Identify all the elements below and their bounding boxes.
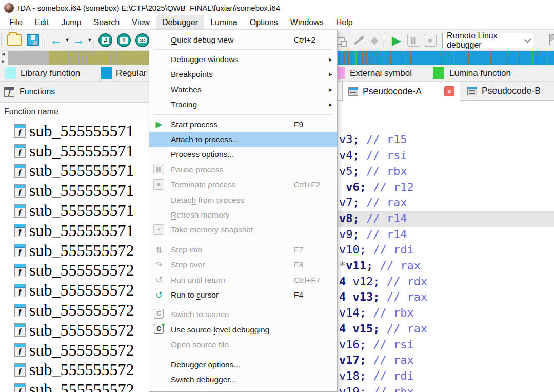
menubar-item[interactable]: Search <box>88 15 126 29</box>
menu-item[interactable] <box>153 114 333 115</box>
function-row[interactable]: sub_555555572 <box>0 261 149 281</box>
flag-icon[interactable] <box>545 34 554 46</box>
navband-right-icon[interactable]: ▶ <box>2 58 8 65</box>
menu-item[interactable]: Quick debug view Ctrl+2 <box>149 32 337 47</box>
menu-item[interactable]: Watches ▶ <box>149 82 337 97</box>
menubar-item[interactable]: Edit <box>29 15 55 29</box>
pseudocode-view[interactable]: v3; // r15v4; // rsiv5; // rbx v6; // r1… <box>338 101 554 392</box>
hash-view-icon[interactable] <box>98 33 112 47</box>
pseudocode-line[interactable]: v9; // r14 <box>339 227 554 243</box>
menubar-item[interactable]: Jump <box>55 15 87 29</box>
function-row[interactable]: sub_555555571 <box>0 181 149 201</box>
pseudocode-line[interactable]: v5; // rbx <box>339 164 554 180</box>
save-file-icon[interactable] <box>27 34 39 46</box>
binary-view-icon[interactable] <box>135 33 149 47</box>
menu-item-icon <box>153 374 165 386</box>
pseudocode-line[interactable]: v6; // r12 <box>339 180 554 195</box>
pseudocode-line[interactable]: v3; // r15 <box>339 132 554 148</box>
function-row[interactable]: sub_555555571 <box>0 221 149 241</box>
tab-pseudocode-a[interactable]: Pseudocode-A × <box>343 82 460 101</box>
function-row[interactable]: sub_555555571 <box>0 161 149 181</box>
menu-item[interactable] <box>153 355 333 355</box>
open-file-icon[interactable] <box>7 34 22 46</box>
pseudocode-line[interactable]: v16; // rsi <box>339 337 554 353</box>
menu-item[interactable]: Switch to source <box>149 307 337 322</box>
function-icon <box>14 323 26 337</box>
menu-item[interactable]: Switch debugger... <box>149 372 337 387</box>
menu-item[interactable]: Step into F7 <box>149 242 337 257</box>
pseudocode-line[interactable]: v8; // r14 <box>338 211 554 227</box>
menu-item[interactable] <box>153 305 333 305</box>
edit-icon[interactable] <box>352 36 364 46</box>
functions-panel-header[interactable]: Functions <box>0 82 149 103</box>
debugger-select[interactable]: Remote Linux debugger <box>442 33 533 48</box>
function-row[interactable]: sub_555555572 <box>0 320 149 340</box>
menu-item[interactable]: Open source file... <box>149 337 337 352</box>
forward-dropdown-icon[interactable]: ▼ <box>87 36 92 44</box>
pseudocode-line[interactable]: v14; // rbx <box>339 305 554 321</box>
menubar-item[interactable]: File <box>3 15 29 29</box>
pseudocode-line[interactable]: 4 v13; // rax <box>339 289 554 305</box>
function-row[interactable]: sub_555555572 <box>0 380 149 392</box>
function-row[interactable]: sub_555555571 <box>0 121 149 141</box>
menubar-item[interactable]: Debugger <box>156 15 204 29</box>
pseudocode-line[interactable]: v10; // rdi <box>339 242 554 258</box>
toolbar-separator <box>94 33 95 48</box>
menubar-item[interactable]: View <box>126 15 156 29</box>
menu-item[interactable]: Breakpoints ▶ <box>149 67 337 82</box>
navband-left-icon[interactable]: ◀ <box>2 51 8 57</box>
function-row[interactable]: sub_555555571 <box>0 141 149 161</box>
back-arrow-icon[interactable]: ← <box>49 33 63 47</box>
menu-item[interactable]: Attach to process... <box>149 132 337 147</box>
start-process-icon[interactable]: ▶ <box>390 33 403 47</box>
function-row[interactable]: sub_555555572 <box>0 340 149 360</box>
navband-arrows[interactable]: ◀▶ <box>2 51 8 65</box>
function-row[interactable]: sub_555555572 <box>0 300 149 320</box>
legend-color-swatch <box>433 67 444 79</box>
menubar-item[interactable]: Help <box>330 15 359 29</box>
tab-partial[interactable] <box>338 82 343 100</box>
menu-item[interactable] <box>153 240 333 240</box>
pseudocode-line[interactable]: v18; // rdi <box>339 368 554 384</box>
menu-item[interactable]: Pause process <box>149 162 337 177</box>
toolbar-drag-handle[interactable] <box>1 33 4 47</box>
pause-process-icon[interactable]: ▌▌ <box>407 34 420 47</box>
stop-process-icon[interactable]: ■ <box>424 34 437 47</box>
menu-item[interactable] <box>153 49 333 50</box>
menubar-item[interactable]: Windows <box>284 15 330 29</box>
diamond-icon[interactable]: ◆ <box>368 34 381 46</box>
pseudocode-line[interactable]: v4; // rsi <box>339 148 554 164</box>
back-dropdown-icon[interactable]: ▼ <box>65 36 70 44</box>
pseudocode-line[interactable]: v7; // rax <box>339 195 554 211</box>
menu-item[interactable]: Tracing ▶ <box>149 97 337 112</box>
menu-item[interactable]: Start process F9 <box>149 117 337 132</box>
tab-pseudocode-b[interactable]: Pseudocode-B <box>462 82 554 101</box>
menu-item[interactable]: Detach from process <box>149 192 337 207</box>
text-view-icon[interactable] <box>117 33 131 47</box>
menu-item[interactable]: Terminate process Ctrl+F2 <box>149 178 337 192</box>
pseudocode-line[interactable]: 4 v15; // rax <box>339 321 554 337</box>
function-row[interactable]: sub_555555572 <box>0 360 149 380</box>
function-row[interactable]: sub_555555572 <box>0 241 149 261</box>
menu-item[interactable]: Step over F8 <box>149 257 337 272</box>
menu-item[interactable]: Run until return Ctrl+F7 <box>149 272 337 287</box>
function-row[interactable]: sub_555555571 <box>0 201 149 221</box>
menu-item[interactable]: Debugger windows ▶ <box>149 52 337 67</box>
function-row[interactable]: sub_555555572 <box>0 280 149 300</box>
pseudocode-line[interactable]: v17; // rax <box>339 352 554 368</box>
menu-item[interactable]: Take memory snapshot <box>149 223 337 238</box>
code-variable: v7; <box>339 196 360 209</box>
menu-item[interactable]: Refresh memory <box>149 207 337 222</box>
menubar-item[interactable]: Lumina <box>204 15 244 29</box>
pseudocode-line[interactable]: 4 v12; // rdx <box>339 274 554 290</box>
forward-arrow-icon[interactable]: → <box>72 33 85 47</box>
menu-item[interactable]: Process options... <box>149 147 337 162</box>
menu-item[interactable]: Run to cursor F4 <box>149 287 337 302</box>
menu-item[interactable]: Debugger options... <box>149 357 337 372</box>
function-name-column-header[interactable]: Function name <box>0 103 149 121</box>
menu-item[interactable]: Use source-level debugging <box>149 322 337 337</box>
pseudocode-line[interactable]: v19; // rbx <box>339 384 554 392</box>
menubar-item[interactable]: Options <box>244 15 284 29</box>
close-icon[interactable]: × <box>444 86 454 96</box>
pseudocode-line[interactable]: *v11; // rax <box>339 258 554 274</box>
